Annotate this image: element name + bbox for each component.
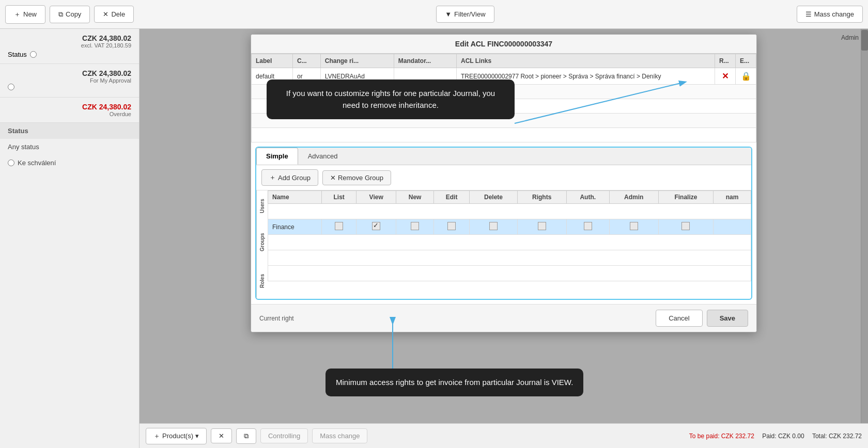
perm-col-admin: Admin	[609, 191, 658, 204]
checkbox-finance-auth[interactable]	[584, 222, 592, 230]
perm-col-new: New	[396, 191, 434, 204]
amount-1: CZK 24,380.02	[8, 34, 131, 42]
bottom-bar: ＋ Product(s) ▾ ✕ ⧉ Controlling Mass chan…	[140, 423, 868, 448]
tab-advanced[interactable]: Advanced	[298, 148, 348, 165]
perm-col-delete: Delete	[470, 191, 518, 204]
chevron-down-icon: ▾	[195, 432, 199, 440]
main-area: Admin Edit ACL FINC000000003347 Label	[140, 29, 868, 448]
perm-finance-finalize[interactable]	[658, 219, 714, 235]
perm-finance-nam	[714, 219, 751, 235]
cancel-button[interactable]: Cancel	[656, 310, 702, 327]
new-label: New	[23, 10, 37, 18]
perm-finance-view[interactable]	[357, 219, 396, 235]
modal-footer: Current right Cancel Save	[251, 304, 756, 332]
perm-finance-rights[interactable]	[517, 219, 566, 235]
perm-col-name: Name	[268, 191, 322, 204]
product-button[interactable]: ＋ Product(s) ▾	[146, 428, 207, 444]
group-toolbar: ＋ Add Group ✕ Remove Group	[256, 165, 751, 190]
checkbox-finance-finalize[interactable]	[681, 222, 690, 230]
checkbox-finance-delete[interactable]	[489, 222, 498, 230]
checkbox-finance-list[interactable]	[335, 222, 343, 230]
copy-bottom-button[interactable]: ⧉	[236, 428, 256, 444]
filter-icon: ▼	[445, 10, 452, 18]
perm-finance-edit[interactable]	[433, 219, 469, 235]
mass-change-bottom-button[interactable]: Mass change	[312, 428, 367, 443]
sub-1: excl. VAT 20,180.59	[8, 42, 131, 49]
add-group-button[interactable]: ＋ Add Group	[261, 169, 318, 186]
save-label: Save	[720, 314, 735, 322]
tab-panel: Simple Advanced ＋ Add Group	[255, 147, 752, 300]
checkbox-finance-rights[interactable]	[538, 222, 546, 230]
to-be-paid: To be paid: CZK 232.72	[689, 433, 754, 440]
perm-finance-auth[interactable]	[566, 219, 609, 235]
perm-roles-empty-1	[268, 250, 751, 266]
lock-icon[interactable]: 🔒	[741, 72, 751, 81]
col-r: R...	[715, 54, 736, 68]
delete-row-button[interactable]: ✕	[722, 71, 729, 81]
col-acl-links: ACL Links	[457, 54, 715, 68]
tab-content: ＋ Add Group ✕ Remove Group	[256, 165, 751, 299]
controlling-label: Controlling	[268, 432, 300, 440]
mass-change-button[interactable]: ☰ Mass change	[797, 6, 863, 23]
tab-advanced-label: Advanced	[308, 152, 338, 160]
mass-change-bottom-label: Mass change	[320, 432, 360, 440]
perm-finance-new[interactable]	[396, 219, 434, 235]
col-c: C...	[292, 54, 320, 68]
sidebar-item-2: CZK 24,380.02 For My Approval	[0, 64, 139, 98]
perm-groups-empty-1	[268, 235, 751, 250]
ke-schvaleni-label: Ke schválení	[18, 159, 56, 167]
remove-group-button[interactable]: ✕ Remove Group	[322, 170, 391, 185]
checkbox-finance-admin[interactable]	[630, 222, 638, 230]
plus-icon: ＋	[14, 10, 21, 19]
perm-col-nam: nam	[714, 191, 751, 204]
acl-row-empty-4	[252, 128, 756, 142]
col-label: Label	[252, 54, 293, 68]
cell-lock: 🔒	[736, 68, 756, 85]
perm-roles-empty-2	[268, 266, 751, 281]
top-toolbar: ＋ New ⧉ Copy ✕ Dele ▼ Filter/View ☰ Mass…	[0, 0, 868, 29]
paid: Paid: CZK 0.00	[762, 433, 804, 440]
status-section-title: Status	[0, 123, 139, 139]
perm-finance-row[interactable]: Finance	[268, 219, 751, 235]
perm-finance-delete[interactable]	[470, 219, 518, 235]
product-label: Product(s)	[162, 432, 193, 440]
modal-title: Edit ACL FINC000000003347	[455, 40, 552, 48]
x-icon-group: ✕	[330, 174, 336, 182]
ke-schvaleni-radio[interactable]	[8, 159, 14, 166]
controlling-button[interactable]: Controlling	[260, 428, 308, 443]
sub-3: Overdue	[8, 111, 131, 117]
add-group-label: Add Group	[278, 174, 311, 182]
filter-view-button[interactable]: ▼ Filter/View	[436, 6, 494, 23]
cell-delete: ✕	[715, 68, 736, 85]
perm-col-finalize: Finalize	[658, 191, 714, 204]
new-button[interactable]: ＋ New	[5, 5, 45, 24]
delete-icon: ✕	[103, 10, 109, 18]
save-button[interactable]: Save	[707, 310, 748, 327]
perm-finance-admin[interactable]	[609, 219, 658, 235]
copy-button[interactable]: ⧉ Copy	[50, 6, 90, 23]
checkbox-finance-edit[interactable]	[447, 222, 456, 230]
perm-grid-wrap: Users Groups Roles Name	[256, 190, 751, 299]
tab-simple[interactable]: Simple	[256, 148, 298, 165]
col-change-rights: Change ri...	[320, 54, 394, 68]
copy-icon-bottom: ⧉	[244, 432, 249, 440]
perm-finance-list[interactable]	[322, 219, 357, 235]
status-radio-1[interactable]	[30, 51, 37, 58]
modal-overlay: Edit ACL FINC000000003347 Label C... Cha…	[140, 29, 868, 448]
perm-finance-name: Finance	[268, 219, 322, 235]
status-label-1: Status	[8, 51, 27, 58]
close-bottom-button[interactable]: ✕	[211, 428, 232, 443]
status-ke-schvaleni[interactable]: Ke schválení	[0, 155, 139, 171]
vert-label-users: Users	[256, 190, 268, 221]
modal: Edit ACL FINC000000003347 Label C... Cha…	[251, 34, 757, 332]
amount-2: CZK 24,380.02	[8, 69, 131, 77]
cancel-label: Cancel	[669, 314, 689, 322]
acl-section: Label C... Change ri... Mandator... ACL …	[251, 54, 756, 142]
status-any[interactable]: Any status	[0, 139, 139, 155]
status-radio-2[interactable]	[8, 84, 14, 90]
current-right-label: Current right	[259, 315, 652, 322]
perm-header-row: Name List View New Edit Delete Rights Au…	[268, 191, 751, 204]
delete-button[interactable]: ✕ Dele	[94, 6, 134, 23]
checkbox-finance-new[interactable]	[411, 222, 419, 230]
checkbox-finance-view[interactable]	[372, 222, 380, 230]
